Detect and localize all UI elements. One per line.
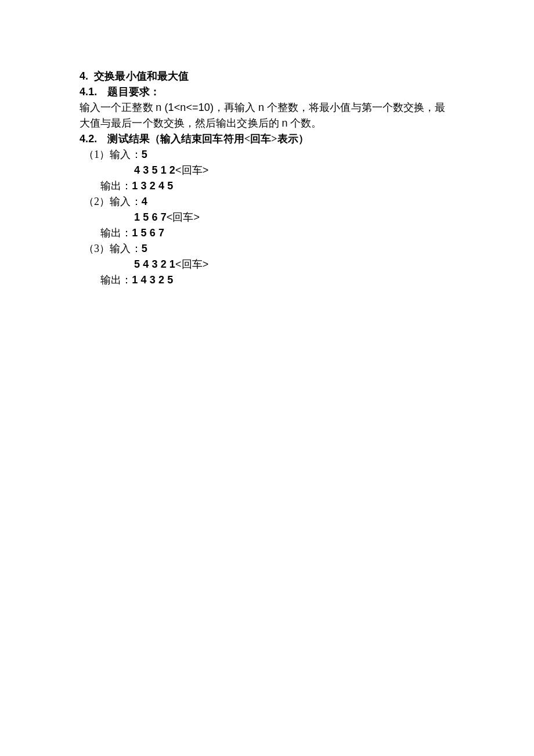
input-value: 1 5 6 7 [134, 211, 167, 223]
input-value: 4 [142, 196, 147, 207]
input-value: 5 [142, 243, 147, 254]
input-value: 4 3 5 1 2 [134, 164, 175, 176]
case-index: （1） [84, 149, 110, 160]
desc-text: 个整数，将最小值与第一个数交换，最 [264, 102, 445, 113]
test-case-output-line: 输出：1 3 2 4 5 [80, 178, 459, 194]
subsection-title: 测试结果（输入结束回车符用<回车>表示） [107, 133, 309, 145]
test-case-input-line2: 4 3 5 1 2<回车> [80, 163, 459, 178]
test-case-input-line1: （3）输入：5 [80, 241, 459, 257]
subsection-requirements-heading: 4.1.题目要求： [80, 84, 459, 100]
enter-marker: <回车> [167, 211, 200, 223]
desc-var-n: n [282, 117, 288, 129]
input-label: 输入： [110, 149, 141, 160]
case-index: （3） [84, 243, 110, 254]
input-label: 输入： [110, 196, 141, 207]
desc-text: 个数。 [288, 117, 322, 129]
subsection-testresults-heading: 4.2.测试结果（输入结束回车符用<回车>表示） [80, 131, 459, 147]
output-label: 输出： [100, 227, 132, 239]
subsection-title: 题目要求： [107, 86, 160, 98]
desc-text: ，再输入 [214, 102, 258, 113]
enter-marker: <回车> [175, 164, 208, 176]
output-value: 1 4 3 2 5 [132, 274, 173, 286]
test-case-input-line1: （1）输入：5 [80, 147, 459, 163]
subsection-number: 4.2. [80, 133, 97, 145]
desc-var-n-range: n (1<n<=10) [156, 102, 214, 113]
output-value: 1 5 6 7 [132, 227, 164, 239]
input-value: 5 4 3 2 1 [134, 258, 175, 270]
input-label: 输入： [110, 243, 141, 254]
output-label: 输出： [100, 180, 132, 192]
test-case-input-line1: （2）输入：4 [80, 194, 459, 210]
desc-text: 输入一个正整数 [80, 102, 156, 113]
section-title: 交换最小值和最大值 [94, 70, 189, 82]
test-case-input-line2: 5 4 3 2 1<回车> [80, 257, 459, 272]
test-case-input-line2: 1 5 6 7<回车> [80, 210, 459, 225]
enter-marker: <回车> [175, 258, 208, 270]
section-number: 4. [80, 70, 88, 82]
subsection-number: 4.1. [80, 86, 97, 98]
input-value: 5 [142, 149, 147, 160]
output-label: 输出： [100, 274, 132, 286]
test-case-output-line: 输出：1 5 6 7 [80, 225, 459, 241]
problem-description-line2: 大值与最后一个数交换，然后输出交换后的 n 个数。 [80, 116, 459, 131]
test-case-output-line: 输出：1 4 3 2 5 [80, 272, 459, 288]
case-index: （2） [84, 196, 110, 207]
document-page: 4.交换最小值和最大值 4.1.题目要求： 输入一个正整数 n (1<n<=10… [0, 0, 534, 288]
desc-text: 大值与最后一个数交换，然后输出交换后的 [80, 117, 282, 129]
desc-var-n: n [258, 102, 264, 113]
problem-description-line1: 输入一个正整数 n (1<n<=10)，再输入 n 个整数，将最小值与第一个数交… [80, 100, 459, 116]
section-heading: 4.交换最小值和最大值 [80, 69, 459, 84]
output-value: 1 3 2 4 5 [132, 180, 173, 192]
